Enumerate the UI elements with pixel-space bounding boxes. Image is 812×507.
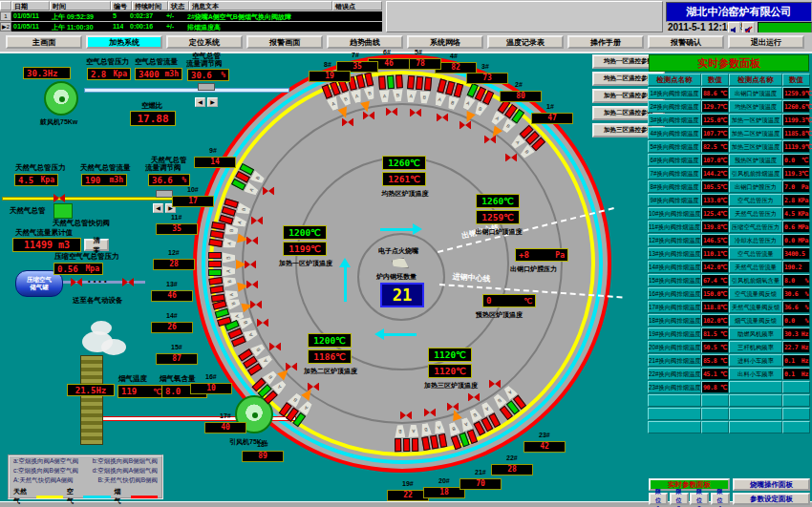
param-value-num: 0.6 [784, 222, 795, 232]
param-value: 125.0℃ [701, 114, 729, 126]
valve-indicator [395, 438, 402, 452]
sensor-value-display: 28 [153, 259, 195, 270]
valve-indicator [453, 83, 462, 97]
alarm-row[interactable]: 01/05/11上午 09:52:3950:02:37+/-2#烧嘴A侧空气B侧… [11, 11, 382, 21]
burner-cone-b: B [224, 224, 239, 237]
param-value: 129.7℃ [701, 100, 729, 113]
param-value-num: 133.0 [703, 195, 720, 205]
param-value-num: 125.4 [703, 208, 720, 219]
limit-button-3[interactable]: 限位3 [690, 493, 709, 505]
menu-button-4[interactable]: 趋势曲线 [327, 35, 403, 49]
burner-cone-b: B [418, 91, 430, 104]
menu-button-2[interactable]: 定位系统 [166, 35, 243, 49]
menu-button-5[interactable]: 系统网络 [407, 35, 483, 49]
legend-row-2: A:天然气快切阀A侧阀B:天然气快切阀B侧阀 [10, 475, 161, 485]
gas-pressure-unit: Kpa [41, 176, 54, 184]
air-valve-label-2: 流量调节阀 [186, 59, 223, 69]
param-value-num: 2.8 [784, 195, 795, 205]
gas-valve-label-2: 流量调节阀 [145, 163, 182, 173]
param-value-num: 1199.3 [784, 115, 805, 125]
valve-indicator [387, 75, 395, 89]
param-value: 0.6MPa [782, 221, 810, 233]
menu-button-8[interactable]: 报警确认 [648, 35, 724, 49]
param-value-num: 150.0 [703, 288, 720, 299]
burner-cone-b: B [446, 95, 459, 110]
comp-air-pressure-display: 0.56Mpa [53, 263, 103, 275]
param-empty-cell [729, 381, 782, 393]
menu-button-3[interactable]: 报警画面 [246, 35, 323, 49]
limit-button-2[interactable]: 限位2 [670, 493, 689, 505]
settings-panel-button[interactable]: 参数设定面板 [733, 493, 810, 505]
flue-temp-unit: ℃ [153, 388, 161, 396]
param-value: 0.1Hz [782, 354, 810, 367]
air-valve-value: 30.6 [191, 71, 212, 80]
air-valve-increase-button[interactable]: ▶ [207, 97, 218, 107]
param-name: 加热一区炉顶温度 [729, 114, 782, 126]
param-empty-cell [782, 394, 810, 407]
sensor-label: 11# [171, 214, 182, 221]
param-name: 22#换向阀排烟温度 [648, 368, 701, 380]
param-value-num: 36.6 [784, 302, 798, 312]
legend-item: c:空烟换向阀B侧空气阀 [13, 467, 78, 475]
param-value-num: 139.8 [703, 222, 720, 232]
company-banner: 湖北中冶窑炉有限公司 [666, 2, 812, 22]
alarm-row[interactable]: 01/05/11上午 11:00:301140:00:16+/-排烟温度高 [11, 22, 382, 32]
preheat-temp-display: 0℃ [482, 294, 536, 307]
valve-indicator [423, 77, 431, 92]
gas-valve-decrease-button[interactable]: ◀ [153, 203, 163, 213]
gas-flow-control-valve [156, 190, 173, 198]
param-value-unit: Hz [801, 328, 808, 339]
param-value-unit: ℃ [720, 342, 727, 352]
sensor-label: 16# [205, 373, 217, 380]
param-col-header-value-2: 数值 [782, 74, 810, 86]
reset-total-button[interactable]: 清零 [84, 239, 109, 251]
menu-button-1[interactable]: 加热系统 [86, 35, 162, 49]
burner-cone-b: B [226, 297, 242, 310]
burner-panel-button[interactable]: 烧嘴操作面板 [733, 478, 810, 491]
param-value-unit: ℃ [720, 302, 727, 312]
sensor-value-display: 80 [500, 91, 542, 102]
realtime-panel-title: 实时参数面板 [649, 54, 809, 72]
param-value: 1260.6℃ [782, 100, 810, 113]
param-value: 8.0% [782, 274, 810, 286]
param-name: 出钢口炉顶温度 [729, 87, 782, 99]
limit-button-1[interactable]: 限位1 [649, 493, 668, 505]
param-value-num: 119.3 [784, 168, 801, 179]
menu-button-0[interactable]: 主画面 [6, 35, 82, 49]
alarm-col-6: 错误点 [332, 1, 382, 11]
legend-line-label: 空气 [67, 487, 79, 506]
param-name: 8#换向阀排烟温度 [648, 180, 701, 193]
param-name: 1#换向阀排烟温度 [648, 87, 701, 99]
param-value-num: 0.0 [784, 315, 795, 326]
param-value-num: 88.6 [703, 88, 716, 98]
param-name: 助燃风机频率 [729, 327, 782, 340]
param-value-unit: ℃ [720, 355, 727, 366]
sensor-value-display: 42 [524, 441, 566, 453]
valve-indicator [208, 277, 223, 285]
air-fuel-ratio-value: 17.88 [137, 113, 168, 125]
sensor-value-display: 87 [156, 353, 198, 365]
gas-total-label: 天然气流量累计值 [15, 228, 73, 238]
param-value: 30.6% [782, 287, 810, 300]
limit-button-4[interactable]: 限位4 [711, 493, 730, 505]
menu-button-6[interactable]: 温度记录表 [487, 35, 564, 49]
alarm-row-index[interactable]: ▶2 [0, 22, 11, 32]
zone-label: 加热一区炉顶温度 [269, 259, 342, 268]
sensor-label: 12# [168, 249, 180, 256]
param-value-unit: ℃ [805, 88, 812, 98]
alarm-col-2: 编号 [111, 1, 132, 11]
sensor-label: 3# [481, 63, 489, 70]
menu-button-7[interactable]: 操作手册 [567, 35, 644, 49]
air-valve-decrease-button[interactable]: ◀ [195, 97, 205, 107]
param-name: 烟气流量阀反馈 [729, 314, 782, 327]
rotation-arrow-left [344, 267, 347, 302]
menu-button-9[interactable]: 退出运行 [728, 35, 804, 49]
param-value-unit: ℃ [720, 155, 727, 165]
param-name: 19#换向阀排烟温度 [648, 327, 701, 340]
flue-temp-display: 119℃ [118, 385, 165, 398]
param-value: 88.6℃ [701, 87, 729, 99]
alarm-row-index[interactable]: 1 [0, 11, 11, 21]
param-value-unit: ℃ [720, 208, 727, 219]
param-empty-cell [782, 408, 810, 420]
param-name: 2#换向阀排烟温度 [648, 100, 701, 113]
